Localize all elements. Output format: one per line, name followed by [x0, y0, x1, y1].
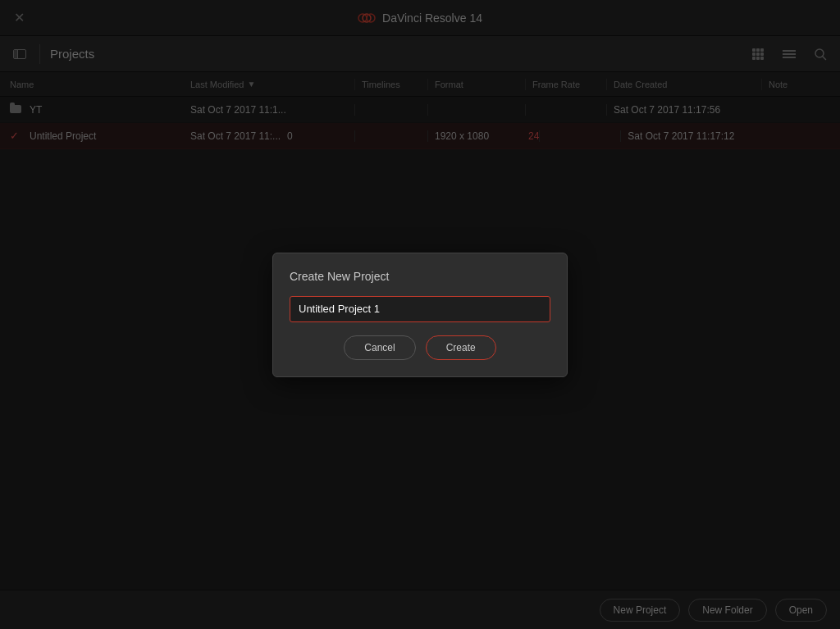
create-button[interactable]: Create: [426, 335, 496, 360]
create-project-dialog: Create New Project Cancel Create: [272, 253, 568, 377]
modal-overlay: Create New Project Cancel Create: [0, 0, 840, 629]
cancel-button[interactable]: Cancel: [344, 335, 415, 360]
project-name-input[interactable]: [290, 296, 550, 322]
modal-buttons: Cancel Create: [290, 335, 550, 360]
modal-title: Create New Project: [290, 270, 550, 283]
